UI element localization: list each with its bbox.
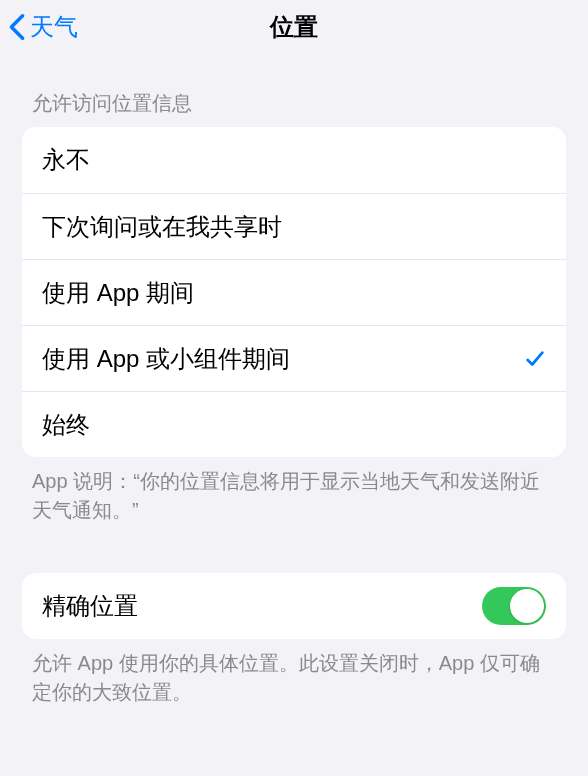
back-label: 天气 — [30, 11, 78, 43]
option-label: 下次询问或在我共享时 — [42, 211, 282, 243]
option-label: 始终 — [42, 409, 90, 441]
access-section-footer: App 说明：“你的位置信息将用于显示当地天气和发送附近天气通知。” — [0, 457, 588, 525]
precise-section-footer: 允许 App 使用你的具体位置。此设置关闭时，App 仅可确定你的大致位置。 — [0, 639, 588, 707]
page-title: 位置 — [0, 11, 588, 43]
precise-location-toggle[interactable] — [482, 587, 546, 625]
option-ask-next-time[interactable]: 下次询问或在我共享时 — [22, 193, 566, 259]
option-always[interactable]: 始终 — [22, 391, 566, 457]
option-label: 永不 — [42, 144, 90, 176]
precise-location-row: 精确位置 — [22, 573, 566, 639]
navigation-bar: 天气 位置 — [0, 0, 588, 54]
location-access-options: 永不 下次询问或在我共享时 使用 App 期间 使用 App 或小组件期间 始终 — [22, 127, 566, 457]
precise-location-group: 精确位置 — [22, 573, 566, 639]
option-label: 使用 App 期间 — [42, 277, 194, 309]
chevron-left-icon — [8, 13, 26, 41]
option-label: 使用 App 或小组件期间 — [42, 343, 290, 375]
option-app-or-widgets[interactable]: 使用 App 或小组件期间 — [22, 325, 566, 391]
option-while-using-app[interactable]: 使用 App 期间 — [22, 259, 566, 325]
switch-knob — [510, 589, 544, 623]
access-section-header: 允许访问位置信息 — [0, 54, 588, 127]
precise-location-label: 精确位置 — [42, 590, 138, 622]
option-never[interactable]: 永不 — [22, 127, 566, 193]
checkmark-icon — [524, 348, 546, 370]
back-button[interactable]: 天气 — [8, 11, 78, 43]
